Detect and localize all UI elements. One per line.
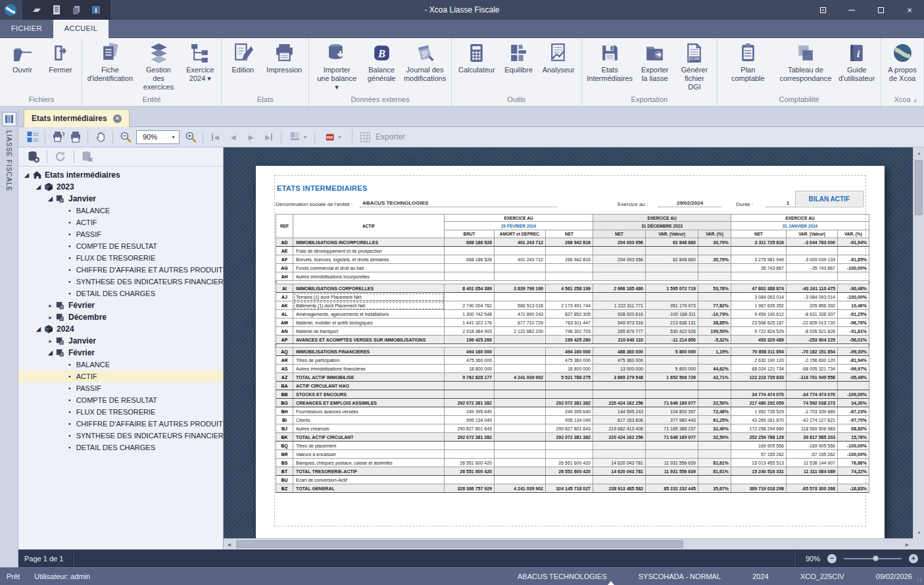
ribbon-button-calculateur[interactable]: Calculateur: [454, 39, 500, 93]
tree-month-2024-janvier[interactable]: ▸Janvier: [18, 335, 223, 347]
zoom-combo-dropdown-icon[interactable]: ▾: [168, 134, 179, 140]
ribbon-button-a-propos-de-xcoa[interactable]: A propos de Xcoa: [883, 39, 921, 93]
zoom-slider[interactable]: [844, 558, 902, 559]
zoom-out-slider-icon[interactable]: −: [827, 554, 837, 563]
zoom-level-combo[interactable]: 90% ▾: [136, 130, 180, 144]
collapse-icon[interactable]: ◢: [22, 172, 31, 178]
tree-item-2024-fevrier-chiffre-d-affaire-et-autres-produits[interactable]: ●CHIFFRE D'AFFAIRE ET AUTRES PRODUITS: [18, 418, 223, 430]
ribbon-button-gestion-des-exercices[interactable]: Gestion des exercices: [136, 39, 182, 93]
close-tab-icon[interactable]: ✕: [113, 114, 122, 123]
ribbon-button-generer-fichier-dgi[interactable]: XLSMGénérer fichier DGI: [674, 39, 716, 93]
pdf-export-dropdown[interactable]: PDF▾: [318, 129, 349, 145]
ribbon-button-exercice-2024[interactable]: Exercice 2024 ▾: [181, 39, 219, 93]
last-page-button[interactable]: ▶: [260, 129, 278, 145]
zoom-in-button[interactable]: [182, 129, 199, 145]
tree-item-2024-fevrier-flux-de-tresorerie[interactable]: ●FLUX DE TRESORERIE: [18, 406, 223, 418]
scroll-up-icon[interactable]: ▲: [913, 147, 924, 159]
maximize-button[interactable]: [866, 0, 895, 20]
collapse-icon[interactable]: ◢: [34, 326, 43, 332]
qat-new-icon[interactable]: [32, 5, 42, 15]
tree-month-2023-fevrier[interactable]: ▸Février: [18, 299, 223, 311]
ribbon-button-importer-une-balance[interactable]: Importer une balance ▾: [311, 39, 362, 93]
remove-balance-button[interactable]: [78, 149, 97, 165]
ribbon-button-tableau-de-correspondance[interactable]: Tableau de correspondance: [776, 39, 835, 93]
thumbnails-panel-button[interactable]: [24, 129, 41, 145]
tree-month-2023-decembre[interactable]: ▸Décembre: [18, 311, 223, 323]
scroll-right-icon[interactable]: ▶: [902, 539, 913, 550]
vertical-scrollbar[interactable]: ▲ ▼: [913, 147, 924, 538]
refresh-button[interactable]: [51, 149, 70, 165]
ribbon-button-balance-generale[interactable]: BBalance générale: [362, 39, 401, 93]
zoom-out-button[interactable]: [116, 129, 134, 145]
window-title: - Xcoa Liasse Fiscale: [424, 5, 499, 14]
tree-item-2024-fevrier-actif[interactable]: ●ACTIF: [18, 370, 223, 382]
tree-item-2023-janvier-detail-des-charges[interactable]: ●DETAIL DES CHARGES: [18, 288, 223, 299]
document-tab-etats-intermediaires[interactable]: Etats intermédiaires ✕: [24, 109, 130, 127]
quick-print-button[interactable]: [66, 129, 84, 145]
expand-icon[interactable]: ▸: [46, 315, 55, 320]
scroll-down-icon[interactable]: ▼: [913, 527, 924, 538]
tree-month-2024-fevrier[interactable]: ◢Février: [18, 347, 223, 359]
dock-strip-label[interactable]: LIASSE FISCALE: [5, 130, 12, 191]
collapse-icon[interactable]: ◢: [34, 184, 43, 190]
collapse-icon[interactable]: ◢: [46, 349, 55, 356]
tree-item-2023-janvier-passif[interactable]: ●PASSIF: [18, 228, 223, 240]
tree-item-2023-janvier-synthese-des-indicateurs-financiers[interactable]: ●SYNTHESE DES INDICATEURS FINANCIERS: [18, 276, 223, 288]
collapse-icon[interactable]: ◢: [46, 195, 55, 202]
scroll-left-icon[interactable]: ◀: [224, 539, 235, 550]
previous-page-button[interactable]: ◀: [224, 129, 242, 145]
close-button[interactable]: ×: [895, 0, 924, 20]
ribbon-button-fermer[interactable]: Fermer: [41, 39, 80, 93]
tab-fichier[interactable]: FICHIER: [0, 20, 53, 38]
expand-icon[interactable]: ▸: [46, 303, 55, 309]
pan-hand-button[interactable]: [91, 129, 109, 145]
new-window-button[interactable]: +: [808, 0, 837, 20]
minimize-button[interactable]: [837, 0, 866, 20]
ribbon-button-etats-intermediaires[interactable]: Etats Intermédiaires: [584, 39, 636, 93]
vertical-scroll-thumb[interactable]: [915, 160, 923, 215]
value-cell: -10,79%: [698, 310, 731, 318]
expand-icon[interactable]: ▸: [46, 338, 55, 344]
qat-pages-icon[interactable]: [71, 5, 82, 15]
qat-report-icon[interactable]: [51, 5, 62, 15]
ribbon-button-plan-comptable[interactable]: Plan comptable: [719, 39, 776, 93]
ribbon-button-fiche-d-identification[interactable]: Fiche d'identification: [84, 39, 136, 93]
ribbon-button-guide-d-utilisateur[interactable]: iGuide d'utilisateur: [835, 39, 879, 93]
ribbon-button-equilibre[interactable]: Equilibre: [500, 39, 538, 93]
horizontal-scrollbar[interactable]: ◀ ▶: [224, 538, 913, 549]
ribbon-button-journal-des-modifications[interactable]: Journal des modifications: [401, 39, 449, 93]
tree-item-2024-fevrier-detail-des-charges[interactable]: ●DETAIL DES CHARGES: [18, 442, 223, 453]
ribbon-button-analyseur[interactable]: Analyseur: [538, 39, 579, 93]
tree-item-2024-fevrier-balance[interactable]: ●BALANCE: [18, 359, 223, 370]
tree-item-2024-fevrier-compte-de-resultat[interactable]: ●COMPTE DE RESULTAT: [18, 394, 223, 406]
resize-grip[interactable]: [917, 578, 922, 583]
ribbon-button-ouvrir[interactable]: Ouvrir: [3, 39, 41, 93]
status-caret-icon[interactable]: [608, 581, 614, 585]
next-page-button[interactable]: ▶: [242, 129, 260, 145]
first-page-button[interactable]: ◀: [207, 129, 224, 145]
tree-item-2023-janvier-chiffre-d-affaire-et-autres-produits[interactable]: ●CHIFFRE D'AFFAIRE ET AUTRES PRODUITS: [18, 264, 223, 276]
tab-accueil[interactable]: ACCUEIL: [53, 20, 109, 38]
ribbon-button-exporter-la-liasse[interactable]: Exporter la liasse: [636, 39, 674, 93]
tree-year-2024[interactable]: ◢2024: [18, 323, 223, 335]
print-dialog-button[interactable]: ?: [49, 129, 66, 145]
export-button[interactable]: Exporter: [360, 132, 405, 143]
page-layout-dropdown[interactable]: ▾: [285, 129, 311, 145]
tree-item-2023-janvier-actif[interactable]: ●ACTIF: [18, 216, 223, 228]
ribbon-button-impression[interactable]: Impression: [262, 39, 306, 93]
tree-item-2024-fevrier-synthese-des-indicateurs-financiers[interactable]: ●SYNTHESE DES INDICATEURS FINANCIERS: [18, 430, 223, 442]
tree-item-2023-janvier-compte-de-resultat[interactable]: ●COMPTE DE RESULTAT: [18, 240, 223, 252]
zoom-in-slider-icon[interactable]: +: [909, 554, 918, 563]
tree-item-2024-fevrier-passif[interactable]: ●PASSIF: [18, 382, 223, 394]
tree-month-2023-janvier[interactable]: ◢Janvier: [18, 193, 223, 205]
tree-item-2023-janvier-balance[interactable]: ●BALANCE: [18, 205, 223, 216]
tree-root-etats-intermediaires[interactable]: ◢Etats intermédiaires: [18, 169, 223, 181]
qat-info-icon[interactable]: i: [91, 5, 101, 15]
add-balance-button[interactable]: [24, 149, 43, 165]
horizontal-scroll-thumb[interactable]: [236, 540, 683, 548]
tree-year-2023[interactable]: ◢2023: [18, 181, 223, 193]
tree-item-2023-janvier-flux-de-tresorerie[interactable]: ●FLUX DE TRESORERIE: [18, 252, 223, 264]
liasse-fiscale-dock-icon[interactable]: [2, 112, 16, 126]
ribbon-button-edition[interactable]: Edition: [224, 39, 262, 93]
zoom-slider-thumb[interactable]: [873, 555, 879, 561]
